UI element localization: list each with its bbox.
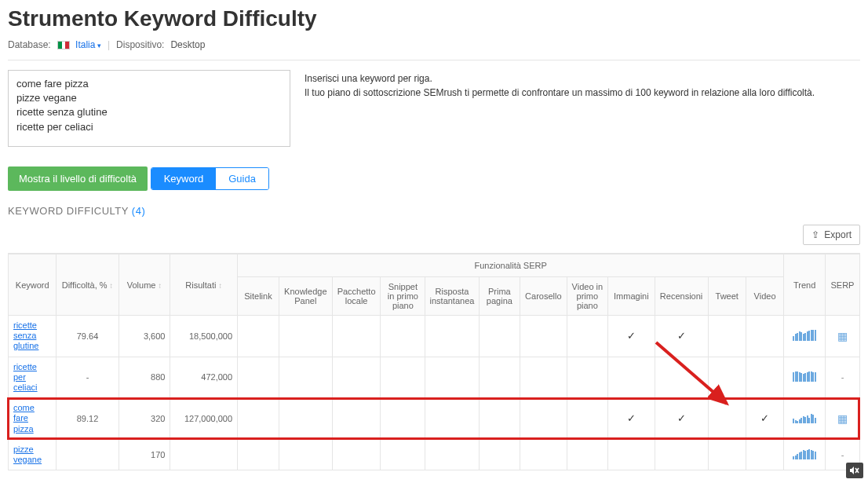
table-row: comefarepizza89.12320127,000,000▦ xyxy=(9,398,860,440)
database-value[interactable]: Italia xyxy=(75,39,101,50)
cell-feature xyxy=(381,357,425,398)
cell-trend xyxy=(784,357,826,398)
cell-feature xyxy=(479,398,520,440)
cell-feature xyxy=(479,316,520,357)
col-serp-10[interactable]: Tweet xyxy=(708,277,746,316)
cell-feature xyxy=(655,316,708,357)
check-icon xyxy=(627,331,636,341)
col-serp[interactable]: SERP xyxy=(825,254,859,316)
col-serp-1[interactable]: Knowledge Panel xyxy=(279,277,332,316)
cell-feature xyxy=(708,398,746,440)
cell-results: 18,500,000 xyxy=(170,316,238,357)
cell-feature xyxy=(479,357,520,398)
help-text: Inserisci una keyword per riga. Il tuo p… xyxy=(305,70,815,100)
col-serp-2[interactable]: Pacchetto locale xyxy=(332,277,380,316)
table-row: ricettesenzaglutine79.643,60018,500,000▦ xyxy=(9,316,860,357)
col-serp-3[interactable]: Snippet in primo piano xyxy=(381,277,425,316)
keyword-link[interactable]: comefarepizza xyxy=(13,403,35,434)
col-trend[interactable]: Trend xyxy=(784,254,826,316)
cell-feature xyxy=(381,439,425,470)
device-value: Desktop xyxy=(170,39,205,50)
keyword-link[interactable]: ricetteperceliaci xyxy=(13,362,38,393)
serp-icon: ▦ xyxy=(837,412,848,425)
cell-difficulty: - xyxy=(57,357,119,398)
cell-feature xyxy=(708,357,746,398)
divider-line xyxy=(8,60,860,60)
cell-feature xyxy=(520,357,567,398)
cell-feature xyxy=(520,398,567,440)
cell-volume: 3,600 xyxy=(119,316,170,357)
keywords-textarea[interactable] xyxy=(8,70,290,147)
col-serp-4[interactable]: Risposta instantanea xyxy=(425,277,479,316)
cell-feature xyxy=(425,357,479,398)
col-difficulty[interactable]: Difficoltà, % xyxy=(57,254,119,316)
database-selector[interactable]: Italia xyxy=(57,39,101,50)
section-title: KEYWORD DIFFICULTY (4) xyxy=(8,205,860,217)
keyword-link[interactable]: ricettesenzaglutine xyxy=(13,320,38,352)
check-icon xyxy=(627,414,636,423)
cell-difficulty xyxy=(57,439,119,470)
cell-feature xyxy=(279,398,332,440)
results-table: Keyword Difficoltà, % Volume Risultati F… xyxy=(8,254,860,470)
col-serp-7[interactable]: Video in primo piano xyxy=(567,277,608,316)
tabs: Keyword Guida xyxy=(151,167,269,190)
help-line-1: Inserisci una keyword per riga. xyxy=(305,71,815,86)
cell-feature xyxy=(655,439,708,470)
export-icon: ⇪ xyxy=(811,229,819,240)
cell-feature xyxy=(655,357,708,398)
tab-keyword[interactable]: Keyword xyxy=(151,168,217,189)
cell-serp-link: - xyxy=(825,357,859,398)
serp-icon: ▦ xyxy=(837,330,848,342)
col-serp-9[interactable]: Recensioni xyxy=(655,277,708,316)
check-icon xyxy=(677,331,686,341)
col-volume[interactable]: Volume xyxy=(119,254,170,316)
tab-guide[interactable]: Guida xyxy=(216,168,268,189)
cell-feature xyxy=(425,316,479,357)
cell-serp-link[interactable]: ▦ xyxy=(825,398,859,440)
cell-feature xyxy=(655,398,708,440)
cell-feature xyxy=(332,357,380,398)
flag-icon xyxy=(57,41,70,49)
cell-feature xyxy=(746,316,783,357)
col-keyword[interactable]: Keyword xyxy=(9,254,57,316)
cell-feature xyxy=(279,357,332,398)
divider: | xyxy=(108,39,110,50)
cell-trend xyxy=(784,316,826,357)
col-serp-6[interactable]: Carosello xyxy=(520,277,567,316)
cell-results: 127,000,000 xyxy=(170,398,238,440)
cell-feature xyxy=(332,439,380,470)
col-serp-5[interactable]: Prima pagina xyxy=(479,277,520,316)
col-serp-8[interactable]: Immagini xyxy=(608,277,655,316)
cell-feature xyxy=(479,439,520,470)
cell-feature xyxy=(425,439,479,470)
cell-volume: 320 xyxy=(119,398,170,440)
section-count: (4) xyxy=(132,205,145,217)
check-icon xyxy=(760,414,769,423)
section-label: KEYWORD DIFFICULTY xyxy=(8,205,129,217)
cell-feature xyxy=(238,398,279,440)
cell-feature xyxy=(332,316,380,357)
cell-difficulty: 89.12 xyxy=(57,398,119,440)
show-difficulty-button[interactable]: Mostra il livello di difficoltà xyxy=(8,166,148,191)
device-label: Dispositivo: xyxy=(116,39,164,50)
col-serp-11[interactable]: Video xyxy=(746,277,783,316)
database-label: Database: xyxy=(8,39,51,50)
cell-difficulty: 79.64 xyxy=(57,316,119,357)
help-line-2: Il tuo piano di sottoscrizione SEMrush t… xyxy=(305,86,815,100)
cell-feature xyxy=(708,316,746,357)
export-button[interactable]: ⇪ Export xyxy=(803,225,860,245)
export-label: Export xyxy=(824,229,852,240)
cell-feature xyxy=(332,398,380,440)
cell-volume: 170 xyxy=(119,439,170,470)
cell-serp-link[interactable]: ▦ xyxy=(825,316,859,357)
page-title: Strumento Keyword Difficulty xyxy=(8,6,860,31)
keyword-link[interactable]: pizzevegane xyxy=(13,445,42,465)
cell-feature xyxy=(708,439,746,470)
cell-feature xyxy=(567,316,608,357)
col-results[interactable]: Risultati xyxy=(170,254,238,316)
sound-icon[interactable] xyxy=(846,463,863,470)
cell-feature xyxy=(279,316,332,357)
cell-feature xyxy=(567,439,608,470)
col-serp-0[interactable]: Sitelink xyxy=(238,277,279,316)
table-row: ricetteperceliaci-880472,000- xyxy=(9,357,860,398)
